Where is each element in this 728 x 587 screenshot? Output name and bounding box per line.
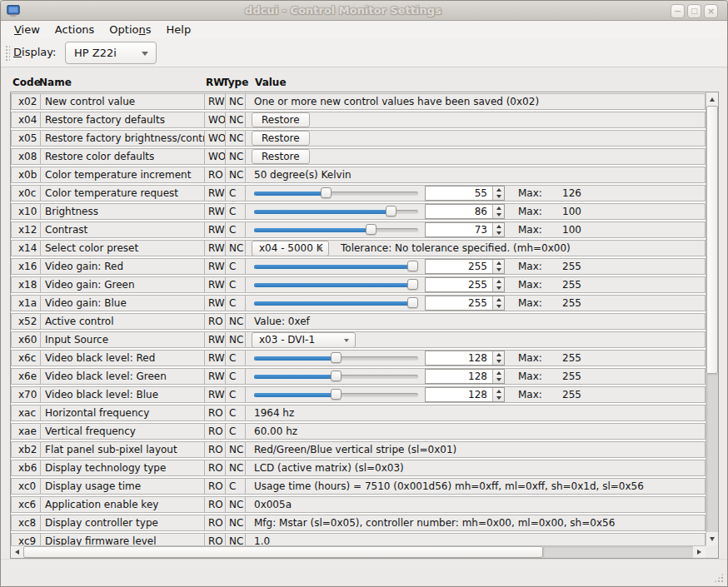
table-row: xacHorizontal frequencyROC1964 hz [11,405,706,421]
slider-handle[interactable] [331,371,342,381]
cell-code: x0c [12,186,41,201]
slider-handle[interactable] [331,352,342,363]
slider-handle[interactable] [366,224,376,235]
value-slider[interactable] [254,351,418,366]
spin-up-button[interactable] [493,187,504,193]
value-slider[interactable] [254,277,418,292]
spin-down-button[interactable] [493,285,504,291]
close-icon[interactable]: × [704,4,718,18]
minimize-icon[interactable]: − [671,4,685,18]
value-slider[interactable] [254,259,418,274]
slider-handle[interactable] [407,279,418,290]
spin-up-button[interactable] [493,351,504,358]
max-value: 255 [562,369,581,384]
slider-fill [254,301,418,306]
value-slider[interactable] [254,222,418,237]
scroll-down-arrow-icon[interactable] [706,532,718,545]
restore-button[interactable]: Restore [252,131,310,146]
horizontal-scrollbar-trough[interactable] [543,546,693,558]
spinbox-input[interactable]: 128 [426,370,492,383]
value-combo[interactable]: x03 - DVI-1 [252,332,356,347]
table-row: x16Video gain: RedRWC255Max:255 [11,258,706,275]
table-row: xc9Display firmware levelRONC1.0 [11,533,706,545]
scroll-left-arrow-icon[interactable] [11,546,23,558]
slider-handle[interactable] [407,261,418,271]
toolbar-drag-handle[interactable] [5,45,10,62]
value-combo[interactable]: x04 - 5000 K [252,241,329,256]
menu-actions[interactable]: Actions [47,21,102,38]
spinbox-input[interactable]: 86 [426,205,492,218]
spinbox-input[interactable]: 128 [426,351,492,365]
spinbox-input[interactable]: 73 [426,223,492,236]
table-body: x02New control valueRWNCOne or more new … [11,92,706,545]
vertical-scrollbar[interactable] [706,92,718,545]
cell-type: NC [226,94,246,109]
horizontal-scrollbar-thumb[interactable] [23,546,543,558]
value-spinbox: 255 [425,277,505,292]
spin-down-button[interactable] [493,266,504,273]
restore-button[interactable]: Restore [252,149,310,164]
spin-up-button[interactable] [493,223,504,230]
restore-button[interactable]: Restore [252,112,310,127]
spin-up-button[interactable] [493,370,504,376]
slider-fill [254,228,374,232]
spin-down-button[interactable] [493,230,504,236]
spinbox-input[interactable]: 255 [426,296,492,310]
cell-code: xc8 [12,515,41,530]
cell-value: 128Max:255 [246,387,705,402]
menu-view[interactable]: View [7,21,47,38]
spin-up-button[interactable] [493,388,504,395]
cell-code: xb6 [12,460,41,475]
max-label: Max: [518,186,562,201]
cell-code: xc9 [12,534,41,545]
horizontal-scrollbar[interactable] [11,545,706,558]
spin-down-button[interactable] [493,193,504,200]
cell-value: 55Max:126 [246,186,705,201]
spin-up-button[interactable] [493,205,504,211]
scroll-right-arrow-icon[interactable] [693,546,706,558]
cell-value: Restore [246,112,705,127]
maximize-icon[interactable]: □ [687,4,701,18]
slider-handle[interactable] [321,187,332,198]
menu-options[interactable]: Options [102,21,158,38]
cell-name: Video gain: Blue [41,296,205,311]
cell-name: Restore factory brightness/contrast [41,131,205,146]
cell-code: x6e [12,369,41,384]
value-slider[interactable] [254,369,418,384]
spin-down-button[interactable] [493,376,504,383]
spinbox-input[interactable]: 128 [426,388,492,401]
titlebar[interactable]: ddcui - Control Monitor Settings − □ × [1,1,727,21]
spin-down-button[interactable] [493,358,504,365]
table-row: x14Select color presetRWNCx04 - 5000 KTo… [11,240,706,256]
spin-up-button[interactable] [493,278,504,285]
display-select[interactable]: HP Z22i [65,42,157,64]
value-slider[interactable] [254,387,418,402]
spin-down-button[interactable] [493,303,504,310]
main-content: Code Name RW Type Value x02New control v… [1,67,727,559]
spinbox-input[interactable]: 255 [426,260,492,273]
value-slider[interactable] [254,186,418,201]
slider-handle[interactable] [386,206,396,216]
slider-handle[interactable] [331,389,342,400]
menu-help[interactable]: Help [159,21,199,38]
spinbox-input[interactable]: 255 [426,278,492,291]
cell-type: C [226,222,246,237]
scroll-up-arrow-icon[interactable] [706,92,718,106]
spin-up-button[interactable] [493,260,504,266]
vertical-scrollbar-thumb[interactable] [706,106,718,374]
spin-up-button[interactable] [493,296,504,303]
spin-down-button[interactable] [493,395,504,401]
cell-name: Application enable key [41,497,205,512]
cell-name: Video gain: Red [41,259,205,274]
value-slider[interactable] [254,296,418,311]
cell-type: C [226,259,246,274]
value-slider[interactable] [254,204,418,219]
resize-grip-icon[interactable] [714,573,724,583]
cell-type: NC [226,534,246,545]
spinbox-input[interactable]: 55 [426,187,492,200]
spin-down-button[interactable] [493,211,504,218]
slider-handle[interactable] [407,297,418,308]
cell-value: 60.00 hz [246,424,705,439]
spinbox-buttons [492,278,504,291]
vertical-scrollbar-trough[interactable] [706,374,718,532]
